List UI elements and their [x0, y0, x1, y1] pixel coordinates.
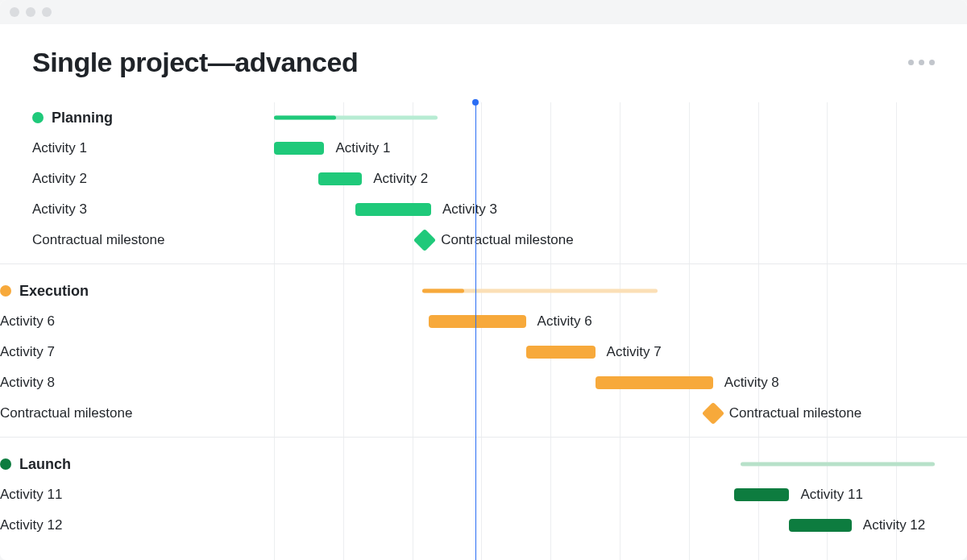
- task-bar[interactable]: [274, 142, 324, 155]
- group-name: Planning: [52, 110, 113, 127]
- group-summary-progress: [422, 289, 465, 293]
- page-header: Single project—advanced: [32, 47, 935, 78]
- row-track: Activity 8: [242, 367, 935, 398]
- activity-row: Activity 6Activity 6: [0, 306, 967, 337]
- task-bar[interactable]: [355, 203, 431, 216]
- row-track: Activity 7: [242, 337, 935, 367]
- group-name: Execution: [19, 283, 89, 300]
- task-bar-label: Activity 6: [537, 313, 592, 330]
- gantt-chart: PlanningActivity 1Activity 1Activity 2Ac…: [32, 102, 935, 541]
- group-header-row[interactable]: Execution: [0, 276, 967, 306]
- app-window: Single project—advanced PlanningActivity…: [0, 0, 967, 560]
- row-label-text: Activity 3: [32, 201, 87, 218]
- dots-icon: [919, 60, 924, 65]
- overflow-menu-button[interactable]: [908, 60, 935, 65]
- page-title: Single project—advanced: [32, 47, 358, 78]
- activity-row: Activity 2Activity 2: [32, 164, 935, 194]
- gantt-group: LaunchActivity 11Activity 11Activity 12A…: [0, 437, 967, 541]
- row-label-text: Activity 7: [0, 344, 55, 360]
- group-name: Launch: [19, 456, 71, 473]
- row-label: Activity 3: [32, 201, 242, 218]
- task-bar[interactable]: [734, 488, 790, 501]
- activity-row: Activity 12Activity 12: [0, 510, 967, 541]
- group-color-dot-icon: [0, 285, 11, 297]
- task-bar[interactable]: [789, 519, 851, 532]
- group-summary-bar[interactable]: [422, 289, 658, 293]
- task-bar[interactable]: [318, 172, 363, 185]
- window-titlebar: [0, 0, 967, 24]
- group-summary-progress: [274, 116, 336, 120]
- row-label-text: Activity 12: [0, 517, 62, 533]
- row-track: Activity 2: [274, 164, 903, 194]
- group-label: Planning: [32, 110, 242, 127]
- group-track: [274, 102, 903, 133]
- task-bar-label: Activity 2: [373, 171, 428, 187]
- task-bar-label: Activity 11: [800, 487, 862, 503]
- row-label: Activity 11: [0, 487, 210, 503]
- group-summary-bar[interactable]: [741, 463, 935, 467]
- row-track: Contractual milestone: [274, 225, 903, 255]
- row-label: Activity 2: [32, 171, 242, 187]
- group-track: [242, 276, 935, 306]
- group-track: [242, 449, 935, 479]
- gantt-group: PlanningActivity 1Activity 1Activity 2Ac…: [32, 102, 935, 255]
- milestone-diamond-icon[interactable]: [413, 229, 436, 251]
- row-label-text: Activity 2: [32, 171, 87, 187]
- task-bar-label: Activity 1: [335, 140, 390, 156]
- row-label: Contractual milestone: [32, 232, 242, 248]
- milestone-label: Contractual milestone: [729, 405, 861, 421]
- task-bar[interactable]: [526, 346, 596, 359]
- task-bar-label: Activity 12: [863, 517, 925, 533]
- group-color-dot-icon: [32, 112, 44, 123]
- milestone-label: Contractual milestone: [441, 232, 573, 248]
- task-bar[interactable]: [596, 376, 713, 389]
- row-label-text: Contractual milestone: [0, 405, 132, 421]
- window-minimize-icon[interactable]: [26, 7, 35, 17]
- task-bar-label: Activity 3: [442, 201, 497, 218]
- row-label-text: Activity 6: [0, 313, 55, 330]
- activity-row: Activity 8Activity 8: [0, 367, 967, 398]
- milestone-diamond-icon[interactable]: [702, 402, 724, 425]
- row-track: Contractual milestone: [242, 398, 935, 429]
- group-color-dot-icon: [0, 458, 11, 470]
- row-label-text: Activity 11: [0, 487, 62, 503]
- group-header-row[interactable]: Launch: [0, 449, 967, 479]
- task-bar-label: Activity 8: [724, 375, 779, 391]
- dots-icon: [908, 60, 914, 65]
- task-bar[interactable]: [429, 315, 525, 328]
- row-track: Activity 1: [274, 133, 903, 164]
- dots-icon: [929, 60, 935, 65]
- row-label-text: Contractual milestone: [32, 232, 164, 248]
- group-summary-bar[interactable]: [274, 116, 438, 120]
- row-label: Activity 12: [0, 517, 210, 533]
- row-label-text: Activity 8: [0, 375, 55, 391]
- task-bar-label: Activity 7: [607, 344, 662, 360]
- group-label: Execution: [0, 283, 210, 300]
- activity-row: Activity 1Activity 1: [32, 133, 935, 164]
- milestone-row: Contractual milestoneContractual milesto…: [0, 398, 967, 429]
- row-label: Activity 1: [32, 140, 242, 156]
- gantt-group: ExecutionActivity 6Activity 6Activity 7A…: [0, 263, 967, 429]
- activity-row: Activity 3Activity 3: [32, 194, 935, 225]
- group-header-row[interactable]: Planning: [32, 102, 935, 133]
- milestone-row: Contractual milestoneContractual milesto…: [32, 225, 935, 255]
- row-label-text: Activity 1: [32, 140, 87, 156]
- window-zoom-icon[interactable]: [42, 7, 52, 17]
- activity-row: Activity 7Activity 7: [0, 337, 967, 367]
- content-area: Single project—advanced PlanningActivity…: [0, 24, 967, 541]
- row-track: Activity 11: [242, 479, 935, 510]
- row-label: Activity 8: [0, 375, 210, 391]
- window-close-icon[interactable]: [10, 7, 19, 17]
- row-label: Contractual milestone: [0, 405, 210, 421]
- row-track: Activity 3: [274, 194, 903, 225]
- row-track: Activity 6: [242, 306, 935, 337]
- row-label: Activity 7: [0, 344, 210, 360]
- activity-row: Activity 11Activity 11: [0, 479, 967, 510]
- row-track: Activity 12: [242, 510, 935, 541]
- row-label: Activity 6: [0, 313, 210, 330]
- group-label: Launch: [0, 456, 210, 473]
